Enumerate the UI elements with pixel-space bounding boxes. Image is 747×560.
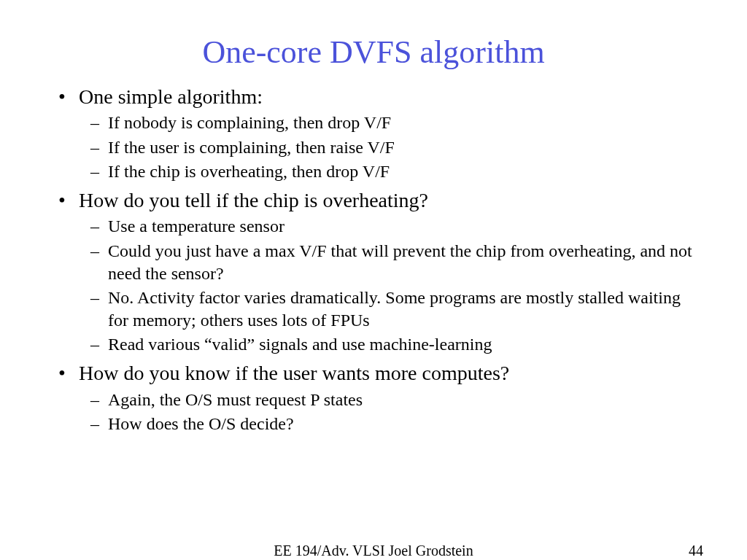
bullet-2-text: How do you tell if the chip is overheati… bbox=[79, 189, 428, 211]
bullet-1-sublist: If nobody is complaining, then drop V/F … bbox=[79, 112, 703, 183]
bullet-2: How do you tell if the chip is overheati… bbox=[79, 187, 703, 357]
slide: One-core DVFS algorithm One simple algor… bbox=[0, 0, 747, 560]
bullet-2-sub-1: Use a temperature sensor bbox=[108, 215, 703, 238]
bullet-2-sub-3: No. Activity factor varies dramatically.… bbox=[108, 287, 703, 332]
bullet-3-text: How do you know if the user wants more c… bbox=[79, 362, 509, 384]
bullet-2-sublist: Use a temperature sensor Could you just … bbox=[79, 215, 703, 356]
bullet-2-sub-4: Read various “valid” signals and use mac… bbox=[108, 333, 703, 356]
bullet-1-text: One simple algorithm: bbox=[79, 85, 263, 108]
bullet-2-sub-2: Could you just have a max V/F that will … bbox=[108, 240, 703, 285]
bullet-1-sub-3: If the chip is overheating, then drop V/… bbox=[108, 160, 703, 183]
slide-number: 44 bbox=[689, 542, 703, 559]
bullet-3-sub-2: How does the O/S decide? bbox=[108, 413, 703, 435]
bullet-1: One simple algorithm: If nobody is compl… bbox=[79, 84, 703, 183]
slide-title: One-core DVFS algorithm bbox=[44, 34, 703, 71]
footer-course: EE 194/Adv. VLSI Joel Grodstein bbox=[0, 542, 747, 559]
content-list: One simple algorithm: If nobody is compl… bbox=[44, 84, 703, 435]
bullet-3-sub-1: Again, the O/S must request P states bbox=[108, 389, 703, 411]
bullet-1-sub-1: If nobody is complaining, then drop V/F bbox=[108, 112, 703, 134]
bullet-3: How do you know if the user wants more c… bbox=[79, 360, 703, 435]
bullet-1-sub-2: If the user is complaining, then raise V… bbox=[108, 136, 703, 159]
bullet-3-sublist: Again, the O/S must request P states How… bbox=[79, 389, 703, 435]
